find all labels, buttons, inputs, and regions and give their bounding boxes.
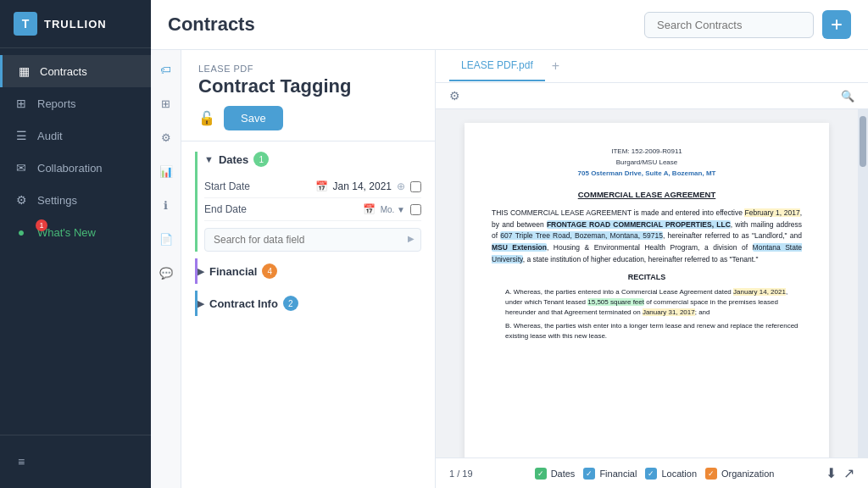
pdf-footer-filters: ✓ Dates ✓ Financial ✓ Location ✓ Organiz… [535,468,775,480]
sidebar-item-collaboration[interactable]: ✉ Collaboration [0,152,151,184]
pdf-item-line1: ITEM: 152-2009-R0911 [492,147,802,157]
financial-section-label: Financial [209,265,257,278]
pdf-search-button[interactable]: 🔍 [841,90,854,103]
filter-dates[interactable]: ✓ Dates [535,468,576,480]
contract-info-toggle-icon: ▶ [198,298,204,309]
logo: T TRULLION [0,0,151,48]
plus-icon [830,18,843,31]
filter-organization[interactable]: ✓ Organization [705,468,774,480]
filter-location[interactable]: ✓ Location [645,468,697,480]
sidebar-label-contracts: Contracts [40,65,87,78]
search-input[interactable] [644,12,814,38]
tagging-subtitle: LEASE PDF [198,64,418,74]
add-contract-button[interactable] [822,10,851,39]
dates-badge: 1 [253,152,269,167]
pdf-tab-lease[interactable]: LEASE PDF.pdf [449,51,545,81]
tag-icon[interactable]: 🏷 [157,60,175,79]
contract-info-header[interactable]: ▶ Contract Info 2 [195,291,421,316]
content-area: 🏷 ⊞ ⚙ 📊 ℹ 📄 💬 LEASE PDF Contract Tagging… [151,50,868,488]
contracts-icon: ▦ [16,64,31,79]
save-button[interactable]: Save [224,106,283,130]
sidebar-item-whats-new[interactable]: ● 1 What's New [0,216,151,248]
pdf-scrollbar-thumb [860,116,866,167]
info-icon[interactable]: ℹ [157,196,175,214]
lock-button[interactable]: 🔓 [198,110,215,126]
pdf-tab-add[interactable]: + [545,50,566,82]
comment-icon[interactable]: 💬 [157,263,175,282]
location-checkbox-icon: ✓ [645,468,657,480]
pdf-viewer[interactable]: ITEM: 152-2009-R0911 Burgard/MSU Lease 7… [436,109,858,458]
reports-icon: ⊞ [14,96,29,111]
search-data-field-input[interactable] [204,228,421,252]
sidebar-hamburger[interactable]: ≡ [0,446,151,478]
dates-section-label: Dates [219,153,248,166]
filter-dates-label: Dates [551,469,576,479]
dates-section: ▼ Dates 1 Start Date 📅 Jan 14, 2021 ⊕ [195,152,421,252]
end-date-checkbox[interactable] [410,204,421,215]
financial-toggle-icon: ▶ [198,266,204,277]
pdf-panel: LEASE PDF.pdf + ⚙ 🔍 ITEM: 152-2009-R0911… [436,50,868,488]
highlight-org2: MSU Extension [492,243,547,252]
hamburger-icon: ≡ [14,454,29,469]
pdf-toolbar: ⚙ 🔍 [436,83,868,109]
filter-financial[interactable]: ✓ Financial [583,468,637,480]
sidebar-item-contracts[interactable]: ▦ Contracts [0,55,151,87]
settings-icon: ⚙ [14,192,29,208]
sidebar-label-audit: Audit [37,130,63,142]
start-date-add-icon[interactable]: ⊕ [397,180,405,192]
end-date-label: End Date [204,203,247,215]
main-content: Contracts 🏷 ⊞ ⚙ 📊 ℹ 📄 💬 LEASE P [151,0,868,488]
pdf-recital-a: A. Whereas, the parties entered into a C… [505,287,802,318]
sidebar-item-reports[interactable]: ⊞ Reports [0,87,151,119]
grid-icon[interactable]: ⊞ [157,94,175,113]
financial-section-header[interactable]: ▶ Financial 4 [195,258,421,284]
contract-info-label: Contract Info [209,297,278,310]
end-date-dropdown[interactable]: Mo. ▼ [381,205,405,214]
end-date-value: 📅 Mo. ▼ [363,203,421,215]
pdf-footer-actions: ⬇ ↗ [826,465,854,481]
start-date-row: Start Date 📅 Jan 14, 2021 ⊕ [204,175,421,198]
pdf-lease-title: COMMERCIAL LEASE AGREEMENT [492,189,802,201]
start-date-calendar-icon: 📅 [315,180,328,192]
document-icon[interactable]: 📄 [157,230,175,248]
tagging-title: Contract Tagging [198,75,418,97]
pdf-recital-b: B. Whereas, the parties wish enter into … [505,321,802,341]
sidebar: T TRULLION ▦ Contracts ⊞ Reports ☰ Audit… [0,0,151,488]
financial-section: ▶ Financial 4 [195,258,421,284]
start-date-checkbox[interactable] [410,181,421,192]
header-right [644,10,851,39]
pdf-item-line2: Burgard/MSU Lease [492,158,802,168]
highlight-sqft: 15,505 square feet [587,298,644,306]
dates-section-header[interactable]: ▼ Dates 1 [204,152,421,167]
audit-icon: ☰ [14,128,29,143]
search-data-field-row: ▶ [204,228,421,252]
highlight-date1: February 1, 2017 [744,208,799,217]
start-date-value: 📅 Jan 14, 2021 ⊕ [315,180,421,192]
chart-icon[interactable]: 📊 [157,162,175,180]
pdf-scrollbar[interactable] [858,109,868,458]
tagging-header: LEASE PDF Contract Tagging 🔓 Save [181,50,435,141]
pdf-tabs: LEASE PDF.pdf + [436,50,868,83]
search-arrow-icon: ▶ [408,234,415,243]
sidebar-label-reports: Reports [37,97,76,110]
filter-location-label: Location [661,469,697,479]
dates-checkbox-icon: ✓ [535,468,547,480]
highlight-date2: January 14, 2021 [733,288,786,296]
sidebar-item-settings[interactable]: ⚙ Settings [0,184,151,216]
pdf-page-number: 1 / 19 [449,469,483,479]
open-external-button[interactable]: ↗ [843,465,854,481]
tagging-actions: 🔓 Save [198,106,418,130]
tagging-panel: LEASE PDF Contract Tagging 🔓 Save ▼ Date… [181,50,436,488]
pdf-viewer-wrap: ITEM: 152-2009-R0911 Burgard/MSU Lease 7… [436,109,868,458]
end-date-row: End Date 📅 Mo. ▼ [204,198,421,221]
highlight-addr1: 607 Triple Tree Road, Bozeman, Montana, … [500,231,663,240]
pdf-gear-button[interactable]: ⚙ [449,89,460,103]
logo-icon: T [14,12,37,36]
settings-panel-icon[interactable]: ⚙ [157,128,175,147]
sidebar-nav: ▦ Contracts ⊞ Reports ☰ Audit ✉ Collabor… [0,48,151,435]
start-date-label: Start Date [204,180,250,192]
filter-organization-label: Organization [721,469,774,479]
sidebar-item-audit[interactable]: ☰ Audit [0,119,151,152]
download-button[interactable]: ⬇ [826,465,837,481]
tagging-body: ▼ Dates 1 Start Date 📅 Jan 14, 2021 ⊕ [181,141,435,488]
